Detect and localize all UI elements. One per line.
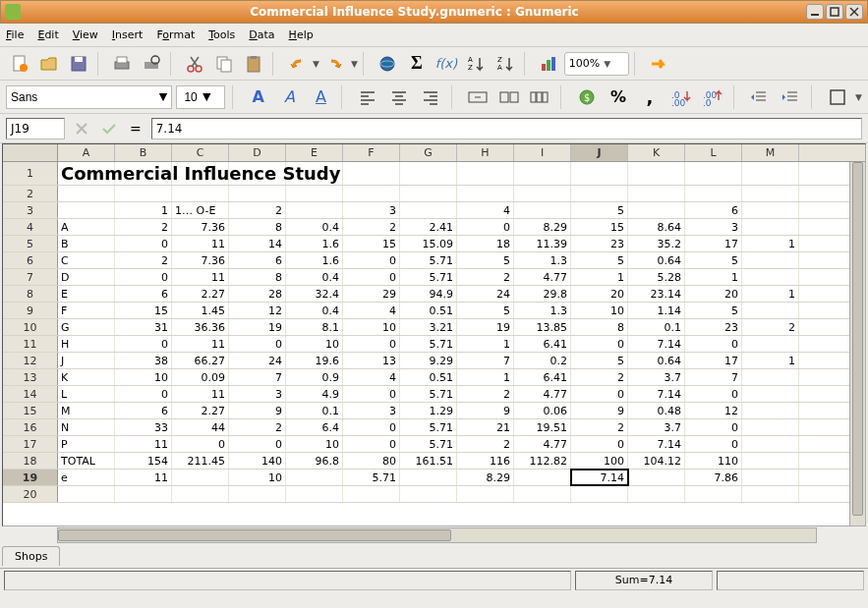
cell[interactable]: 2 bbox=[229, 202, 286, 218]
cell[interactable] bbox=[457, 162, 514, 185]
cell[interactable]: L bbox=[58, 386, 115, 402]
row-header[interactable]: 19 bbox=[3, 470, 58, 485]
hyperlink-button[interactable] bbox=[374, 50, 401, 78]
cell[interactable]: 2.41 bbox=[400, 219, 457, 235]
cell[interactable]: 0.1 bbox=[628, 319, 685, 335]
cell[interactable] bbox=[400, 486, 457, 502]
cell[interactable]: 0 bbox=[343, 336, 400, 352]
menu-help[interactable]: Help bbox=[289, 28, 314, 41]
row-header[interactable]: 8 bbox=[3, 286, 58, 302]
cell[interactable]: 1 bbox=[571, 269, 628, 285]
cell[interactable]: 4.77 bbox=[514, 269, 571, 285]
increase-indent-button[interactable] bbox=[777, 83, 804, 111]
cell[interactable]: 8.1 bbox=[286, 319, 343, 335]
cell[interactable]: 20 bbox=[571, 286, 628, 302]
cell[interactable] bbox=[400, 202, 457, 218]
cell[interactable] bbox=[628, 162, 685, 185]
cell[interactable]: 6 bbox=[115, 286, 172, 302]
cell[interactable]: G bbox=[58, 319, 115, 335]
horizontal-scrollbar[interactable] bbox=[57, 527, 817, 543]
cell[interactable]: A bbox=[58, 219, 115, 235]
cell[interactable]: 110 bbox=[685, 453, 742, 469]
cell[interactable]: 5.71 bbox=[400, 252, 457, 268]
cell[interactable]: 24 bbox=[229, 353, 286, 368]
cell[interactable] bbox=[343, 162, 400, 185]
cell[interactable] bbox=[628, 202, 685, 218]
cell[interactable]: 0.06 bbox=[514, 403, 571, 418]
cell[interactable]: Commercial Influence Study bbox=[58, 162, 115, 185]
cell[interactable]: 28 bbox=[229, 286, 286, 302]
cell[interactable]: M bbox=[58, 403, 115, 418]
cell[interactable]: 17 bbox=[685, 236, 742, 251]
cell[interactable] bbox=[628, 186, 685, 201]
cell[interactable]: 0.4 bbox=[286, 269, 343, 285]
cell[interactable] bbox=[400, 162, 457, 185]
cell[interactable]: K bbox=[58, 369, 115, 385]
cell[interactable]: 19 bbox=[457, 319, 514, 335]
cell[interactable] bbox=[457, 186, 514, 201]
cell[interactable]: 13 bbox=[343, 353, 400, 368]
cell[interactable] bbox=[229, 186, 286, 201]
cell[interactable]: TOTAL bbox=[58, 453, 115, 469]
row-header[interactable]: 16 bbox=[3, 419, 58, 435]
cell[interactable]: 104.12 bbox=[628, 453, 685, 469]
cell[interactable] bbox=[172, 470, 229, 485]
cell[interactable]: 5.71 bbox=[400, 336, 457, 352]
column-header[interactable]: C bbox=[172, 144, 229, 161]
cell[interactable]: 6.41 bbox=[514, 336, 571, 352]
cell[interactable]: 24 bbox=[457, 286, 514, 302]
cell[interactable]: 1.3 bbox=[514, 252, 571, 268]
redo-dropdown-icon[interactable]: ▼ bbox=[351, 59, 358, 69]
cell[interactable]: 0.64 bbox=[628, 353, 685, 368]
cell[interactable]: 2 bbox=[457, 269, 514, 285]
cell[interactable] bbox=[742, 219, 799, 235]
cell[interactable]: 15 bbox=[115, 303, 172, 318]
cell[interactable]: 4 bbox=[343, 369, 400, 385]
cell[interactable]: 0.4 bbox=[286, 219, 343, 235]
cell[interactable]: 0 bbox=[685, 436, 742, 452]
cell[interactable] bbox=[115, 186, 172, 201]
row-header[interactable]: 11 bbox=[3, 336, 58, 352]
h-scroll-thumb[interactable] bbox=[58, 529, 451, 541]
undo-dropdown-icon[interactable]: ▼ bbox=[313, 59, 319, 69]
cell[interactable]: 1 bbox=[685, 269, 742, 285]
cell-reference-input[interactable]: J19 bbox=[6, 118, 65, 139]
new-button[interactable] bbox=[6, 50, 33, 78]
row-header[interactable]: 17 bbox=[3, 436, 58, 452]
cell[interactable]: 0.09 bbox=[172, 369, 229, 385]
cell[interactable]: 9 bbox=[571, 403, 628, 418]
cell[interactable]: 1.29 bbox=[400, 403, 457, 418]
cell[interactable]: 8 bbox=[229, 219, 286, 235]
cell[interactable] bbox=[742, 336, 799, 352]
cell[interactable]: 11 bbox=[172, 386, 229, 402]
cell[interactable]: 3.21 bbox=[400, 319, 457, 335]
cell[interactable] bbox=[457, 486, 514, 502]
cell[interactable] bbox=[400, 470, 457, 485]
cell[interactable]: H bbox=[58, 336, 115, 352]
cell[interactable]: 100 bbox=[571, 453, 628, 469]
cell[interactable]: 31 bbox=[115, 319, 172, 335]
cell[interactable]: 154 bbox=[115, 453, 172, 469]
cell[interactable]: 1.3 bbox=[514, 303, 571, 318]
cell[interactable]: 11.39 bbox=[514, 236, 571, 251]
open-button[interactable] bbox=[35, 50, 63, 78]
cell[interactable]: 21 bbox=[457, 419, 514, 435]
cell[interactable]: 10 bbox=[571, 303, 628, 318]
cell[interactable]: 2.27 bbox=[172, 403, 229, 418]
goto-button[interactable] bbox=[645, 50, 672, 78]
cell[interactable]: 5 bbox=[457, 303, 514, 318]
cell[interactable] bbox=[286, 470, 343, 485]
cell[interactable] bbox=[514, 162, 571, 185]
cell[interactable]: 6 bbox=[229, 252, 286, 268]
close-button[interactable] bbox=[845, 4, 863, 20]
column-header[interactable]: J bbox=[571, 144, 628, 161]
cell[interactable] bbox=[115, 486, 172, 502]
cell[interactable] bbox=[286, 202, 343, 218]
borders-dropdown-icon[interactable]: ▼ bbox=[855, 92, 862, 102]
row-header[interactable]: 7 bbox=[3, 269, 58, 285]
cell[interactable] bbox=[742, 269, 799, 285]
cell[interactable] bbox=[58, 202, 115, 218]
column-header[interactable]: E bbox=[286, 144, 343, 161]
cell[interactable]: 2 bbox=[457, 436, 514, 452]
font-family-input[interactable] bbox=[11, 90, 159, 104]
